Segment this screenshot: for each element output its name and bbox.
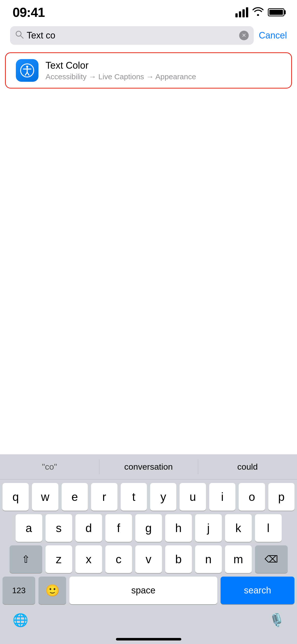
result-item-text-color[interactable]: Text Color Accessibility → Live Captions…: [5, 52, 292, 89]
key-row-1: q w e r t y u i o p: [3, 483, 294, 511]
result-text: Text Color Accessibility → Live Captions…: [46, 60, 281, 81]
accessibility-app-icon: [16, 59, 38, 82]
home-indicator: [116, 638, 181, 640]
autocomplete-conversation[interactable]: conversation: [99, 454, 198, 479]
key-d[interactable]: d: [75, 514, 102, 542]
key-r[interactable]: r: [91, 483, 117, 511]
signal-icon: [235, 7, 248, 17]
autocomplete-co[interactable]: "co": [0, 454, 99, 479]
result-title: Text Color: [46, 60, 281, 71]
key-e[interactable]: e: [62, 483, 88, 511]
numbers-key[interactable]: 123: [3, 577, 35, 604]
search-clear-button[interactable]: ✕: [239, 31, 249, 40]
key-a[interactable]: a: [16, 514, 42, 542]
autocomplete-could[interactable]: could: [198, 454, 297, 479]
key-v[interactable]: v: [135, 545, 162, 573]
wifi-icon: [252, 7, 264, 18]
key-b[interactable]: b: [165, 545, 192, 573]
key-p[interactable]: p: [268, 483, 294, 511]
emoji-key[interactable]: 🙂: [38, 577, 66, 604]
key-w[interactable]: w: [32, 483, 58, 511]
key-h[interactable]: h: [165, 514, 192, 542]
status-icons: [235, 7, 284, 18]
key-j[interactable]: j: [195, 514, 222, 542]
key-q[interactable]: q: [3, 483, 29, 511]
search-input[interactable]: Text co: [27, 30, 236, 41]
key-z[interactable]: z: [46, 545, 72, 573]
svg-line-1: [21, 36, 23, 38]
result-path: Accessibility → Live Captions → Appearan…: [46, 72, 281, 81]
key-f[interactable]: f: [105, 514, 132, 542]
key-row-3: ⇧ z x c v b n m ⌫: [3, 545, 294, 573]
search-bar-container: Text co ✕ Cancel: [0, 23, 297, 48]
key-l[interactable]: l: [255, 514, 282, 542]
cancel-button[interactable]: Cancel: [259, 30, 287, 41]
shift-key[interactable]: ⇧: [10, 545, 42, 573]
keyboard: "co" conversation could q w e r t y u i …: [0, 454, 297, 644]
key-o[interactable]: o: [239, 483, 265, 511]
key-rows: q w e r t y u i o p a s d f g h j k l ⇧ …: [0, 479, 297, 606]
key-s[interactable]: s: [46, 514, 72, 542]
search-icon: [15, 30, 24, 41]
key-g[interactable]: g: [135, 514, 162, 542]
search-results: Text Color Accessibility → Live Captions…: [0, 48, 297, 93]
key-i[interactable]: i: [209, 483, 235, 511]
keyboard-bottom-bar: 🌐 🎙️: [0, 606, 297, 636]
search-input-wrap[interactable]: Text co ✕: [10, 26, 254, 45]
status-bar: 09:41: [0, 0, 297, 23]
key-c[interactable]: c: [105, 545, 132, 573]
autocomplete-bar: "co" conversation could: [0, 454, 297, 479]
key-u[interactable]: u: [180, 483, 206, 511]
key-k[interactable]: k: [225, 514, 252, 542]
backspace-key[interactable]: ⌫: [255, 545, 288, 573]
search-key[interactable]: search: [221, 577, 294, 604]
main-content: [0, 93, 297, 369]
key-m[interactable]: m: [225, 545, 252, 573]
svg-line-7: [27, 72, 29, 75]
svg-point-3: [26, 66, 28, 68]
key-y[interactable]: y: [150, 483, 176, 511]
space-key[interactable]: space: [69, 577, 217, 604]
key-t[interactable]: t: [121, 483, 147, 511]
key-row-4: 123 🙂 space search: [3, 577, 294, 604]
battery-icon: [268, 8, 284, 16]
microphone-icon[interactable]: 🎙️: [269, 613, 284, 627]
key-x[interactable]: x: [75, 545, 102, 573]
key-row-2: a s d f g h j k l: [3, 514, 294, 542]
key-n[interactable]: n: [195, 545, 222, 573]
globe-icon[interactable]: 🌐: [13, 613, 28, 627]
status-time: 09:41: [13, 5, 45, 20]
